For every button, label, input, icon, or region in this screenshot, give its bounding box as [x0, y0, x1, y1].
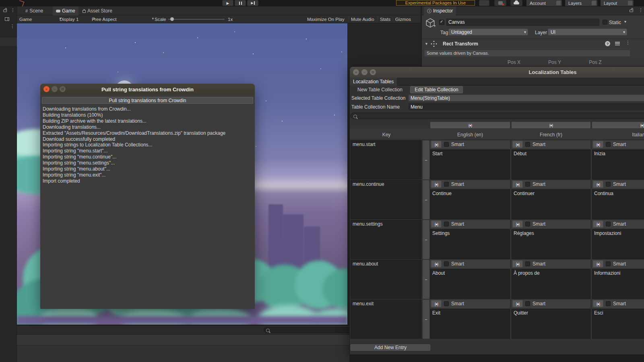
localized-property-button[interactable]	[431, 181, 442, 188]
layer-dropdown[interactable]: UI	[548, 29, 627, 35]
foldout-arrow-icon[interactable]: ▼	[425, 42, 428, 46]
tab-asset-store[interactable]: Asset Store	[79, 6, 116, 15]
english-column-header[interactable]: English (en)	[430, 132, 510, 138]
smart-checkbox[interactable]	[525, 301, 530, 306]
active-checkbox[interactable]	[439, 20, 444, 25]
localized-property-button[interactable]	[512, 220, 523, 228]
smart-checkbox[interactable]	[444, 222, 449, 226]
localized-property-button[interactable]	[431, 300, 442, 307]
translation-field[interactable]: Début	[512, 150, 590, 179]
localized-property-button[interactable]	[431, 141, 442, 148]
translation-field[interactable]: Continuer	[512, 189, 590, 219]
dialog-titlebar[interactable]: × − Pull string translations from Crowdi…	[40, 84, 255, 95]
remove-entry-button[interactable]	[423, 220, 429, 259]
tab-game[interactable]: Game	[53, 6, 78, 15]
localized-property-button[interactable]	[512, 260, 523, 267]
key-cell[interactable]: menu.start	[351, 140, 421, 179]
panel-icon[interactable]	[5, 17, 9, 21]
table-search-input[interactable]	[357, 113, 644, 119]
cloud-button[interactable]	[510, 0, 522, 6]
account-dropdown[interactable]: Account	[526, 0, 562, 6]
collection-name-input[interactable]	[409, 103, 644, 110]
smart-checkbox[interactable]	[525, 222, 530, 226]
key-cell[interactable]: menu.about	[351, 260, 421, 299]
add-new-entry-button[interactable]: Add New Entry	[351, 344, 430, 351]
tag-dropdown[interactable]: Untagged	[448, 29, 528, 35]
key-cell[interactable]: menu.exit	[351, 300, 421, 339]
localized-property-button[interactable]	[593, 260, 603, 267]
key-cell[interactable]: menu.settings	[351, 220, 421, 259]
table-search[interactable]	[351, 113, 644, 119]
layers-dropdown[interactable]: Layers	[565, 0, 597, 6]
lock-icon[interactable]	[630, 10, 633, 12]
remove-entry-button[interactable]	[423, 300, 429, 339]
translation-field[interactable]: Réglages	[512, 229, 590, 259]
object-name-field[interactable]	[446, 19, 599, 26]
smart-checkbox[interactable]	[444, 301, 449, 306]
smart-checkbox[interactable]	[606, 182, 611, 187]
toolbar-extra-button[interactable]	[479, 0, 489, 6]
smart-checkbox[interactable]	[525, 261, 530, 266]
smart-checkbox[interactable]	[525, 142, 530, 147]
translation-field[interactable]: Impostazioni	[592, 229, 644, 259]
edit-table-collection-button[interactable]: Edit Table Collection	[410, 86, 463, 93]
maximize-on-play-toggle[interactable]: Maximize On Play	[307, 15, 345, 23]
translation-field[interactable]: About	[430, 269, 510, 299]
remove-entry-button[interactable]	[423, 140, 429, 179]
cube-dropdown-icon[interactable]: ▾	[434, 24, 436, 28]
smart-checkbox[interactable]	[444, 261, 449, 266]
translation-field[interactable]: Inizia	[592, 150, 644, 179]
column-settings-button[interactable]	[592, 122, 644, 128]
pause-button[interactable]	[235, 0, 246, 6]
localized-property-button[interactable]	[512, 300, 523, 307]
tab-inspector[interactable]: i Inspector	[424, 6, 456, 15]
italian-column-header[interactable]: Italian (it)	[592, 132, 644, 138]
remove-entry-button[interactable]	[423, 180, 429, 219]
localized-property-button[interactable]	[593, 181, 603, 188]
play-button[interactable]: ▶	[222, 0, 233, 6]
localized-property-button[interactable]	[431, 220, 442, 228]
tab-scene[interactable]: # Scene	[22, 6, 46, 15]
presets-icon[interactable]	[615, 42, 620, 45]
lock-icon[interactable]	[3, 10, 7, 12]
smart-checkbox[interactable]	[606, 301, 611, 306]
translation-field[interactable]: Start	[430, 150, 510, 179]
localized-property-button[interactable]	[593, 300, 603, 307]
collab-button[interactable]	[494, 0, 506, 6]
translation-field[interactable]: Esci	[592, 309, 644, 339]
column-settings-button[interactable]	[512, 122, 590, 128]
smart-checkbox[interactable]	[606, 261, 611, 266]
experimental-packages-warning[interactable]: Experimental Packages In Use	[396, 0, 475, 6]
layout-dropdown[interactable]: Layout	[601, 0, 634, 6]
kebab-menu-icon[interactable]: ⋮	[10, 24, 15, 28]
key-column-header[interactable]: Key	[351, 132, 422, 138]
remove-entry-button[interactable]	[423, 260, 429, 299]
step-button[interactable]: ▶	[247, 0, 258, 6]
column-settings-button[interactable]	[430, 122, 510, 128]
scale-slider-track[interactable]	[168, 19, 225, 20]
mute-audio-toggle[interactable]: Mute Audio	[351, 15, 374, 23]
window-titlebar[interactable]: × − Localization Tables	[350, 67, 644, 78]
smart-checkbox[interactable]	[606, 222, 611, 226]
kebab-menu-icon[interactable]: ⋮	[10, 8, 15, 12]
stats-toggle[interactable]: Stats	[380, 15, 390, 23]
display-dropdown[interactable]: Display 1	[60, 15, 96, 23]
selected-table-field[interactable]: Menu(StringTable)	[409, 95, 644, 101]
game-display-mode-dropdown[interactable]: Game	[19, 15, 62, 23]
help-icon[interactable]: ?	[605, 41, 610, 46]
localized-property-button[interactable]	[431, 260, 442, 267]
localized-property-button[interactable]	[512, 181, 523, 188]
smart-checkbox[interactable]	[525, 182, 530, 187]
scale-slider-handle[interactable]	[170, 17, 174, 21]
kebab-menu-icon[interactable]: ⋮	[625, 41, 630, 45]
new-table-collection-button[interactable]: New Table Collection	[351, 86, 409, 93]
tab-localization-tables[interactable]: Localization Tables	[350, 78, 397, 86]
smart-checkbox[interactable]	[444, 142, 449, 147]
translation-field[interactable]: À propos de	[512, 269, 590, 299]
smart-checkbox[interactable]	[606, 142, 611, 147]
localized-property-button[interactable]	[593, 141, 603, 148]
kebab-menu-icon[interactable]: ⋮	[638, 8, 643, 12]
translation-field[interactable]: Quitter	[512, 309, 590, 339]
localized-property-button[interactable]	[512, 141, 523, 148]
translation-field[interactable]: Informazioni	[592, 269, 644, 299]
